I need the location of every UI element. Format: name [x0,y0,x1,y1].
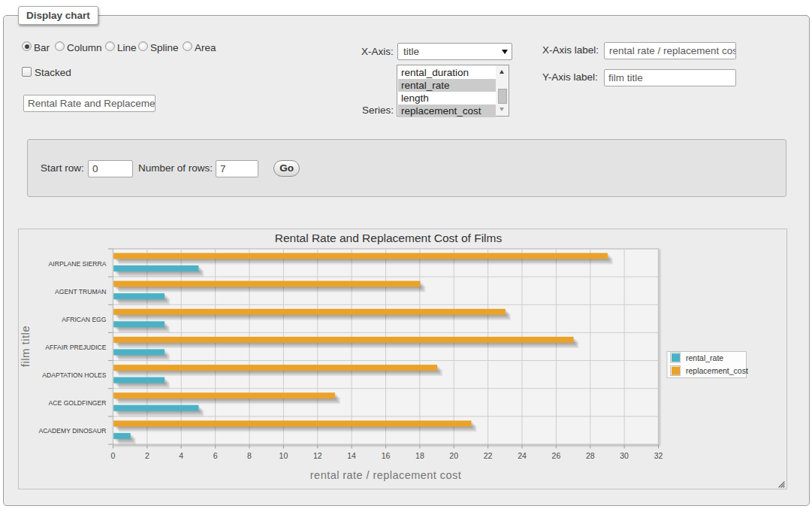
svg-text:10: 10 [279,451,288,460]
svg-text:rental_rate: rental_rate [686,353,723,362]
svg-text:24: 24 [518,451,527,460]
svg-text:0: 0 [111,451,116,460]
svg-text:rental rate / replacement cost: rental rate / replacement cost [310,469,461,481]
svg-text:film title: film title [19,326,32,367]
svg-text:8: 8 [247,451,252,460]
svg-text:28: 28 [586,451,595,460]
svg-text:AGENT TRUMAN: AGENT TRUMAN [55,288,106,295]
svg-text:ACADEMY DINOSAUR: ACADEMY DINOSAUR [38,427,106,435]
svg-text:12: 12 [313,451,322,460]
svg-text:AFRICAN EGG: AFRICAN EGG [62,316,107,323]
svg-text:4: 4 [179,451,183,460]
svg-text:30: 30 [620,451,629,460]
svg-text:26: 26 [552,451,561,460]
svg-text:Rental Rate and Replacement Co: Rental Rate and Replacement Cost of Film… [275,232,503,244]
svg-text:18: 18 [415,451,424,460]
svg-text:ADAPTATION HOLES: ADAPTATION HOLES [42,371,106,379]
svg-text:32: 32 [654,451,663,460]
svg-text:22: 22 [484,451,493,460]
svg-text:2: 2 [145,451,149,460]
svg-text:replacement_cost: replacement_cost [686,366,748,375]
svg-text:6: 6 [213,451,218,460]
svg-text:14: 14 [347,451,356,460]
svg-text:ACE GOLDFINGER: ACE GOLDFINGER [49,399,107,407]
svg-text:16: 16 [382,451,391,460]
svg-text:20: 20 [449,451,458,460]
svg-text:AIRPLANE SIERRA: AIRPLANE SIERRA [49,260,107,268]
svg-text:AFFAIR PREJUDICE: AFFAIR PREJUDICE [45,344,106,351]
